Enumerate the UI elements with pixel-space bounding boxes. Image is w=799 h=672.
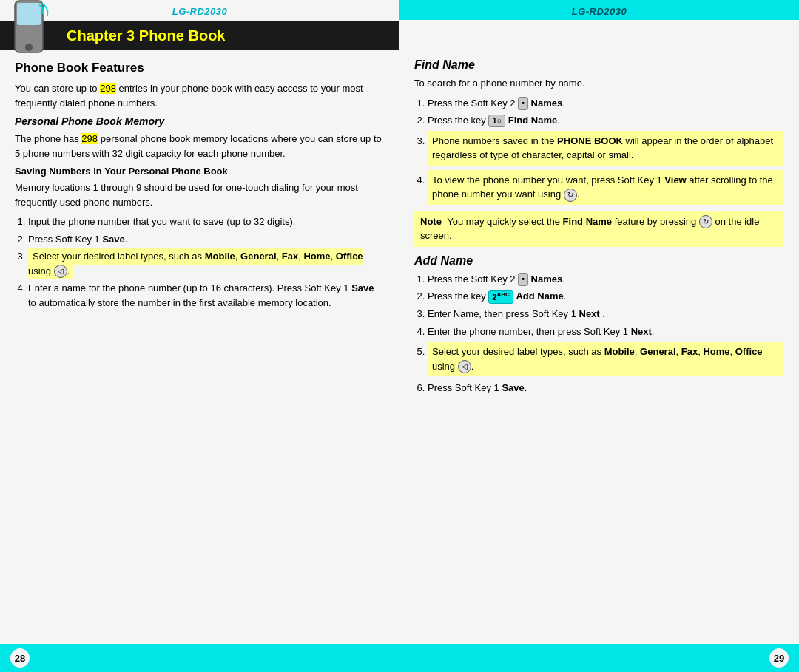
right-header-title: LG-RD2030 bbox=[572, 6, 627, 17]
find-intro: To search for a phone number by name. bbox=[414, 76, 784, 91]
svg-rect-1 bbox=[17, 3, 41, 25]
intro-text: You can store up to 298 entries in your … bbox=[15, 81, 385, 110]
left-page-num: 28 bbox=[10, 648, 30, 668]
section-title: Phone Book Features bbox=[15, 61, 385, 75]
find-name-title: Find Name bbox=[414, 58, 784, 72]
svg-point-2 bbox=[25, 44, 33, 51]
find-step-3: Phone numbers saved in the PHONE BOOK wi… bbox=[428, 131, 784, 166]
right-content: Find Name To search for a phone number b… bbox=[400, 48, 799, 644]
num-highlight-1: 298 bbox=[100, 83, 116, 94]
phone-icon bbox=[6, 0, 54, 67]
left-content: Phone Book Features You can store up to … bbox=[0, 50, 400, 644]
find-step3-highlight: Phone numbers saved in the PHONE BOOK wi… bbox=[428, 131, 784, 166]
chapter-label: Chapter 3 Phone Book bbox=[67, 27, 225, 44]
note-label: Note bbox=[420, 216, 442, 227]
right-header: LG-RD2030 bbox=[400, 0, 799, 20]
nav-icon-note: ↻ bbox=[699, 215, 712, 228]
right-spacer bbox=[400, 20, 799, 48]
nav-icon-add: ◁ bbox=[458, 360, 471, 373]
add-name-title: Add Name bbox=[414, 254, 784, 268]
right-footer: 29 bbox=[400, 644, 799, 672]
nav-icon-find: ↻ bbox=[564, 189, 577, 202]
personal-body: The phone has 298 personal phone book me… bbox=[15, 132, 385, 160]
add-step-3: Enter Name, then press Soft Key 1 Next . bbox=[428, 307, 784, 322]
find-step4-highlight: To view the phone number you want, press… bbox=[428, 170, 784, 205]
left-header: LG-RD2030 bbox=[0, 0, 400, 20]
saving-body: Memory locations 1 through 9 should be u… bbox=[15, 180, 385, 209]
num-highlight-2: 298 bbox=[81, 133, 98, 144]
left-page: LG-RD2030 Chapter 3 Phone Book bbox=[0, 0, 400, 672]
nav-icon-step3: ◁ bbox=[54, 265, 67, 278]
find-steps-list: Press the Soft Key 2 • Names. Press the … bbox=[428, 96, 784, 205]
left-steps-list: Input the phone number that you want to … bbox=[28, 214, 385, 310]
add-step5-highlight: Select your desired label types, such as… bbox=[428, 342, 784, 376]
chapter-banner: Chapter 3 Phone Book bbox=[0, 21, 400, 50]
note-box: Note You may quickly select the Find Nam… bbox=[414, 211, 784, 247]
left-step-1: Input the phone number that you want to … bbox=[28, 214, 385, 229]
softkey2-icon: • bbox=[518, 97, 528, 109]
find-step-4: To view the phone number you want, press… bbox=[428, 170, 784, 205]
add-step-4: Enter the phone number, then press Soft … bbox=[428, 325, 784, 339]
personal-title: Personal Phone Book Memory bbox=[15, 115, 385, 127]
left-header-title: LG-RD2030 bbox=[172, 6, 228, 17]
add-steps-list: Press the Soft Key 2 • Names. Press the … bbox=[428, 272, 784, 396]
add-step-2: Press the key 2ABC Add Name. bbox=[428, 289, 784, 304]
addkey-icon: 2ABC bbox=[488, 290, 513, 304]
add-step-1: Press the Soft Key 2 • Names. bbox=[428, 272, 784, 287]
find-step-1: Press the Soft Key 2 • Names. bbox=[428, 96, 784, 111]
right-page-num: 29 bbox=[769, 648, 789, 668]
step3-highlight: Select your desired label types, such as… bbox=[28, 248, 363, 279]
page-container: LG-RD2030 Chapter 3 Phone Book bbox=[0, 0, 799, 672]
findkey-icon: 1○ bbox=[488, 115, 505, 127]
saving-heading: Saving Numbers in Your Personal Phone Bo… bbox=[15, 166, 385, 177]
left-step-2: Press Soft Key 1 Save. bbox=[28, 232, 385, 247]
add-step-6: Press Soft Key 1 Save. bbox=[428, 381, 784, 396]
right-page: LG-RD2030 Find Name To search for a phon… bbox=[400, 0, 799, 672]
find-step-2: Press the key 1○ Find Name. bbox=[428, 113, 784, 128]
left-step-3: Select your desired label types, such as… bbox=[28, 249, 385, 278]
left-step-4: Enter a name for the phone number (up to… bbox=[28, 281, 385, 310]
softkey2-add-icon: • bbox=[518, 273, 528, 285]
add-step-5: Select your desired label types, such as… bbox=[428, 342, 784, 376]
left-footer: 28 bbox=[0, 644, 400, 672]
